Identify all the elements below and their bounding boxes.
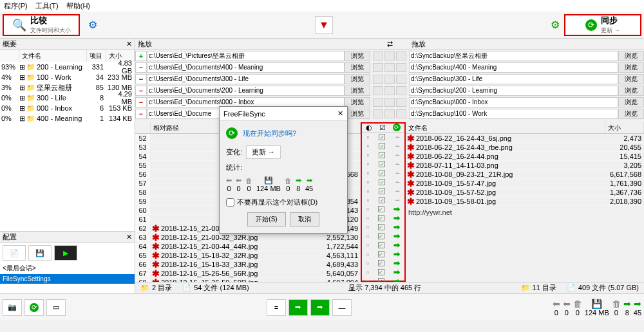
pair-sync-button[interactable] (396, 86, 406, 95)
sync-button[interactable]: ⟳ 同步 更新 → (564, 14, 641, 36)
pair-filter-button[interactable] (384, 109, 395, 118)
right-path-input[interactable] (409, 97, 618, 107)
pair-sync-button[interactable] (396, 109, 406, 118)
include-checkbox[interactable]: ✓ (379, 152, 385, 158)
include-checkbox[interactable]: ✓ (378, 251, 384, 257)
pair-settings-button[interactable] (373, 86, 383, 95)
compare-button[interactable]: 🔍 比较 文件时间和大小 (3, 14, 80, 36)
pair-filter-button[interactable] (384, 86, 395, 95)
expand-icon[interactable]: ⊞ (19, 94, 25, 102)
left-path-input[interactable] (147, 62, 345, 73)
action-right2-button[interactable]: ➡ (310, 299, 330, 316)
left-path-input[interactable] (147, 86, 345, 96)
action-row[interactable]: ▫ ✓ − (362, 160, 404, 169)
browse-button[interactable]: 浏览 (618, 97, 644, 107)
remove-pair-button[interactable]: − (135, 74, 147, 84)
action-row[interactable]: ▫ ✓ ➡ (362, 277, 404, 282)
include-checkbox[interactable]: ✓ (379, 143, 385, 149)
noshow-checkbox[interactable] (226, 198, 234, 207)
right-path-input[interactable] (409, 62, 618, 73)
browse-button[interactable]: 浏览 (345, 86, 370, 96)
pair-sync-button[interactable] (396, 63, 406, 72)
browse-button[interactable]: 浏览 (345, 97, 370, 107)
config-last-session[interactable]: <最后会话> (0, 263, 135, 274)
pair-sync-button[interactable] (396, 75, 406, 84)
include-checkbox[interactable]: ✓ (379, 197, 385, 203)
overview-row[interactable]: 0% ⊞📁000 - Inbox 6 153 KB (0, 103, 135, 113)
action-row[interactable]: ▫ ✓ − (362, 187, 404, 196)
action-row[interactable]: ▫ ✓ ➡ (362, 232, 404, 241)
overview-row[interactable]: 4% ⊞📁100 - Work 34 233 MB (0, 72, 135, 82)
pair-filter-button[interactable] (384, 63, 395, 72)
action-equal-button[interactable]: = (267, 299, 286, 316)
col-items[interactable]: 项目 (87, 50, 106, 62)
include-checkbox[interactable]: ✓ (378, 260, 384, 266)
remove-pair-button[interactable]: − (135, 86, 147, 96)
start-button[interactable]: 开始(S) (247, 212, 285, 226)
pair-settings-button[interactable] (373, 75, 383, 84)
action-row[interactable]: ▫ ✓ ➡ (362, 214, 404, 223)
view-diff-button[interactable]: ▭ (46, 299, 66, 316)
left-path-input[interactable] (147, 51, 345, 61)
left-path-input[interactable] (147, 74, 345, 84)
cancel-button[interactable]: 取消 (290, 212, 319, 226)
include-checkbox[interactable]: ✓ (379, 170, 385, 176)
expand-icon[interactable]: ⊞ (19, 84, 25, 92)
col-filename-right[interactable]: 文件名 (406, 122, 605, 133)
action-row[interactable]: ▫ ✓ − (362, 169, 404, 178)
browse-button[interactable]: 浏览 (618, 62, 644, 73)
filter-button[interactable]: ▼ (315, 16, 333, 34)
browse-button[interactable]: 浏览 (618, 51, 644, 61)
close-icon[interactable]: ✕ (126, 40, 132, 48)
action-row[interactable]: ▫ ✓ ➡ (362, 259, 404, 268)
action-right-button[interactable]: ➡ (289, 299, 308, 316)
swap-icon[interactable]: ⇄ (387, 40, 393, 48)
action-row[interactable]: ▫ ✓ − (362, 133, 404, 142)
pair-settings-button[interactable] (373, 109, 383, 118)
pair-sync-button[interactable] (396, 51, 406, 60)
action-row[interactable]: ▫ ✓ ➡ (362, 268, 404, 277)
col-size-right[interactable]: 大小 (605, 122, 644, 133)
config-batch-button[interactable]: ▶ (54, 245, 77, 261)
browse-button[interactable]: 浏览 (345, 109, 370, 119)
pair-settings-button[interactable] (373, 51, 383, 60)
include-checkbox[interactable]: ✓ (379, 188, 385, 194)
browse-button[interactable]: 浏览 (345, 62, 370, 73)
view-sync-button[interactable]: ⟳ (24, 299, 44, 316)
col-filename[interactable]: 文件名 (19, 50, 87, 62)
close-icon[interactable]: ✕ (126, 233, 132, 241)
action-icon[interactable]: ⟳ (393, 124, 401, 131)
checkbox-header[interactable]: ☑ (379, 124, 386, 132)
pair-settings-button[interactable] (373, 98, 383, 107)
browse-button[interactable]: 浏览 (345, 74, 370, 84)
browse-button[interactable]: 浏览 (618, 86, 644, 96)
config-new-button[interactable]: 📄 (3, 245, 26, 261)
action-row[interactable]: ▫ ✓ ➡ (362, 241, 404, 250)
action-row[interactable]: ▫ ✓ − (362, 196, 404, 205)
pair-filter-button[interactable] (384, 98, 395, 107)
expand-icon[interactable]: ⊞ (19, 63, 25, 71)
category-icon[interactable]: ◐ (366, 124, 372, 132)
pair-filter-button[interactable] (384, 51, 395, 60)
compare-settings-button[interactable]: ⚙ (84, 16, 102, 34)
remove-pair-button[interactable]: − (135, 62, 147, 73)
config-selected[interactable]: FileSyncSettings (0, 274, 135, 284)
view-new-button[interactable]: 📷 (3, 299, 22, 316)
action-row[interactable]: ▫ ✓ − (362, 142, 404, 151)
pair-sync-button[interactable] (396, 98, 406, 107)
menu-tools[interactable]: 工具(T) (35, 1, 59, 11)
expand-icon[interactable]: ⊞ (19, 104, 25, 113)
include-checkbox[interactable]: ✓ (378, 233, 384, 239)
include-checkbox[interactable]: ✓ (378, 206, 384, 212)
file-row[interactable]: ✱2018-10-09_15-58-01.jpg 2,018,390 (406, 197, 644, 206)
overview-row[interactable]: 93% ⊞📁200 - Learning 331 4.83 GB (0, 62, 135, 72)
overview-row[interactable]: 0% ⊞📁400 - Meaning 1 134 KB (0, 113, 135, 124)
add-pair-button[interactable]: + (135, 51, 147, 61)
remove-pair-button[interactable]: − (135, 109, 147, 119)
sync-settings-button[interactable]: ⚙ (546, 16, 564, 34)
close-icon[interactable]: ✕ (337, 109, 343, 118)
action-row[interactable]: ▫ ✓ − (362, 178, 404, 187)
action-row[interactable]: ▫ ✓ ➡ (362, 250, 404, 259)
pair-filter-button[interactable] (384, 75, 395, 84)
include-checkbox[interactable]: ✓ (379, 161, 385, 167)
